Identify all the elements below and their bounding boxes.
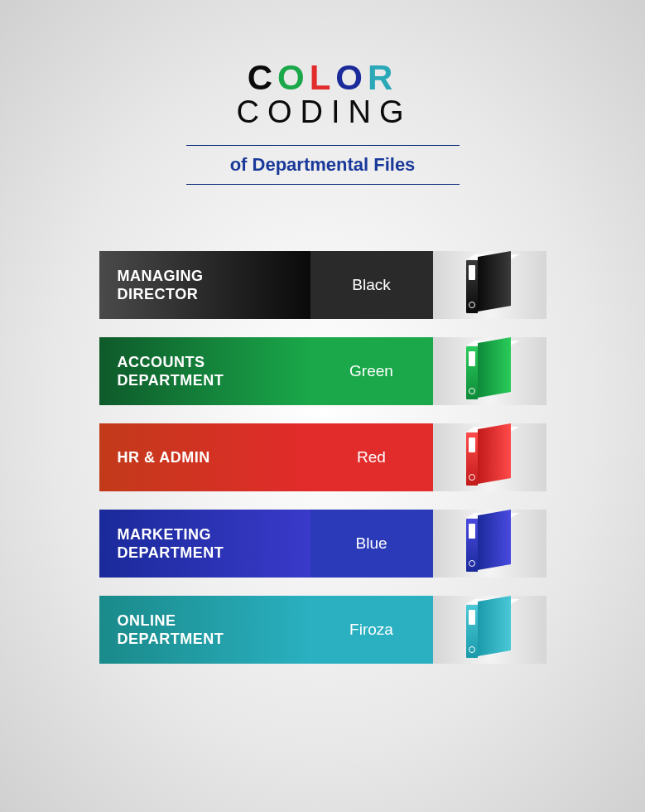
binder-cell [433,596,546,664]
binder-icon [466,429,513,486]
title-letter: L [310,58,336,98]
department-label: ONLINEDEPARTMENT [99,596,310,664]
title-letter: O [335,58,368,98]
color-name-label: Black [310,251,433,319]
header: COLOR CODING of Departmental Files [0,0,645,185]
department-label: MARKETINGDEPARTMENT [99,510,310,578]
binder-cell [433,510,546,578]
department-row: MANAGINGDIRECTORBlack [99,251,546,319]
color-name-label: Firoza [310,596,433,664]
binder-cell [433,251,546,319]
title-coding-word: CODING [3,94,645,130]
department-row: ACCOUNTSDEPARTMENTGreen [99,337,546,405]
department-label: ACCOUNTSDEPARTMENT [99,337,310,405]
title-letter: C [248,58,277,98]
divider-bottom [186,184,460,185]
binder-icon [466,602,513,658]
department-rows: MANAGINGDIRECTORBlackACCOUNTSDEPARTMENTG… [99,251,546,664]
color-name-label: Red [310,423,433,491]
subtitle-block: of Departmental Files [186,145,460,185]
color-name-label: Blue [310,510,433,578]
binder-cell [433,423,546,491]
department-label: MANAGINGDIRECTOR [99,251,310,319]
color-name-label: Green [310,337,433,405]
department-row: HR & ADMINRed [99,423,546,491]
binder-icon [466,515,513,572]
department-label: HR & ADMIN [99,423,310,491]
department-row: MARKETINGDEPARTMENTBlue [99,510,546,578]
department-row: ONLINEDEPARTMENTFiroza [99,596,546,664]
subtitle: of Departmental Files [186,146,460,184]
binder-cell [433,337,546,405]
title-letter: R [368,58,397,98]
binder-icon [466,343,513,399]
title-letter: O [277,58,310,98]
binder-icon [466,257,513,313]
title-color-word: COLOR [0,58,645,98]
